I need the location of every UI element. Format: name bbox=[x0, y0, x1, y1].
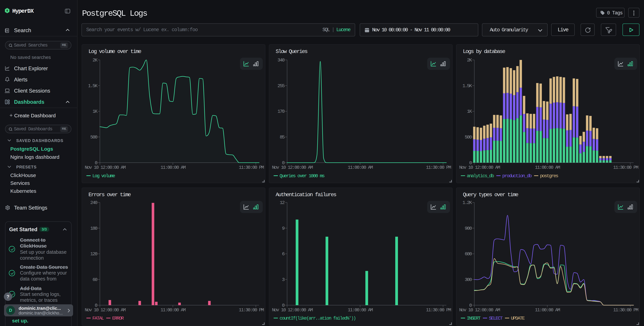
svg-text:12: 12 bbox=[280, 200, 284, 205]
svg-text:Slow Queries: Slow Queries bbox=[276, 48, 308, 55]
svg-text:9: 9 bbox=[282, 226, 284, 231]
svg-text:11:30:00 PM: 11:30:00 PM bbox=[613, 307, 638, 313]
svg-text:Nov 10 12:00:00 AM: Nov 10 12:00:00 AM bbox=[272, 165, 313, 170]
svg-text:Nov 10 12:00:00 AM: Nov 10 12:00:00 AM bbox=[85, 307, 126, 313]
svg-text:1.5K: 1.5K bbox=[462, 83, 472, 89]
svg-text:FATAL: FATAL bbox=[92, 316, 104, 321]
svg-text:2K: 2K bbox=[467, 58, 472, 63]
svg-text:11:00:00 AM: 11:00:00 AM bbox=[348, 165, 373, 170]
svg-text:11:30:00 PM: 11:30:00 PM bbox=[426, 165, 451, 170]
svg-text:Log volume: Log volume bbox=[92, 173, 115, 179]
svg-text:180: 180 bbox=[90, 226, 98, 231]
svg-text:countIf(like(arr..ation failed: countIf(like(arr..ation failed%')) bbox=[280, 316, 356, 321]
svg-text:3: 3 bbox=[282, 277, 284, 282]
svg-text:11:00:00 AM: 11:00:00 AM bbox=[160, 307, 186, 313]
svg-text:240: 240 bbox=[90, 200, 98, 205]
svg-text:6: 6 bbox=[282, 251, 284, 257]
svg-text:1K: 1K bbox=[467, 109, 472, 114]
svg-text:11:00:00 AM: 11:00:00 AM bbox=[348, 307, 373, 313]
svg-text:60: 60 bbox=[92, 277, 98, 282]
svg-text:85: 85 bbox=[280, 135, 284, 140]
svg-text:11:30:00 PM: 11:30:00 PM bbox=[238, 307, 264, 313]
svg-text:11:30:00 PM: 11:30:00 PM bbox=[426, 307, 451, 313]
svg-text:120: 120 bbox=[90, 251, 98, 257]
svg-text:analytics_db: analytics_db bbox=[467, 173, 494, 179]
svg-text:1.2K: 1.2K bbox=[462, 200, 472, 205]
svg-text:500: 500 bbox=[90, 135, 98, 140]
svg-text:UPDATE: UPDATE bbox=[511, 316, 524, 321]
svg-text:170: 170 bbox=[277, 109, 284, 114]
svg-text:300: 300 bbox=[464, 277, 472, 282]
svg-text:Log volume over time: Log volume over time bbox=[88, 48, 142, 55]
svg-text:Errors over time: Errors over time bbox=[88, 192, 131, 198]
svg-text:SELECT: SELECT bbox=[489, 316, 502, 321]
svg-text:900: 900 bbox=[464, 226, 472, 231]
svg-text:Nov 10 12:00:00 AM: Nov 10 12:00:00 AM bbox=[85, 165, 126, 170]
svg-text:500: 500 bbox=[464, 135, 472, 140]
svg-text:1K: 1K bbox=[92, 109, 98, 114]
svg-text:340: 340 bbox=[277, 58, 284, 63]
svg-text:ERROR: ERROR bbox=[112, 316, 124, 321]
svg-text:255: 255 bbox=[277, 83, 284, 89]
svg-text:production_db: production_db bbox=[502, 173, 531, 179]
svg-text:Query types over time: Query types over time bbox=[463, 192, 518, 198]
svg-text:Nov 10 12:00:00 AM: Nov 10 12:00:00 AM bbox=[272, 307, 313, 313]
svg-text:11:00:00 AM: 11:00:00 AM bbox=[535, 307, 560, 313]
svg-text:Nov 10 12:00:00 AM: Nov 10 12:00:00 AM bbox=[459, 165, 500, 170]
svg-text:Nov 10 12:00:00 AM: Nov 10 12:00:00 AM bbox=[459, 307, 500, 313]
svg-text:11:00:00 AM: 11:00:00 AM bbox=[535, 165, 560, 170]
svg-text:postgres: postgres bbox=[540, 173, 558, 179]
svg-text:11:00:00 AM: 11:00:00 AM bbox=[160, 165, 186, 170]
svg-text:2K: 2K bbox=[92, 58, 98, 63]
svg-text:1.5K: 1.5K bbox=[88, 83, 98, 89]
svg-text:11:30:00 PM: 11:30:00 PM bbox=[238, 165, 264, 170]
svg-text:600: 600 bbox=[464, 251, 472, 257]
svg-text:Authentication failures: Authentication failures bbox=[276, 192, 336, 198]
svg-text:Queries over 1000 ms: Queries over 1000 ms bbox=[280, 173, 324, 179]
svg-text:11:30:00 PM: 11:30:00 PM bbox=[613, 165, 638, 170]
svg-text:Logs by database: Logs by database bbox=[463, 48, 505, 55]
svg-text:INSERT: INSERT bbox=[467, 316, 481, 321]
